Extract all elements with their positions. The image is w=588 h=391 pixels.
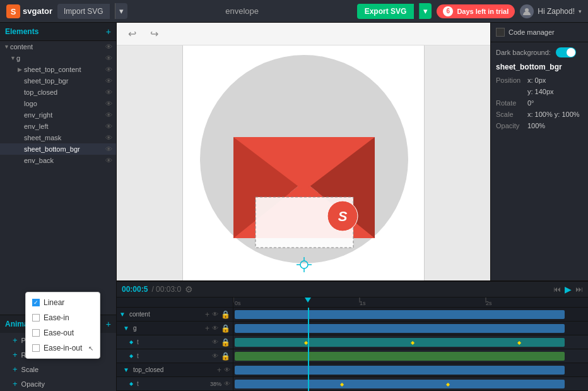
- tree-item-sheet-top-bgr[interactable]: sheet_top_bgr 👁: [0, 75, 116, 87]
- eye-icon[interactable]: 👁: [105, 54, 112, 62]
- cursor-icon: ↖: [88, 345, 93, 352]
- animator-opacity[interactable]: + Opacity: [0, 376, 116, 391]
- tl-label: content: [129, 311, 203, 318]
- eye-icon[interactable]: 👁: [212, 352, 218, 359]
- add-keyframe-icon[interactable]: +: [205, 324, 209, 333]
- diamond-icon[interactable]: ◆: [517, 340, 521, 346]
- prev-frame-button[interactable]: ⏮: [553, 285, 561, 294]
- track-bar[interactable]: [235, 324, 565, 333]
- tree-item-logo[interactable]: logo 👁: [0, 98, 116, 109]
- track-bar[interactable]: [235, 310, 565, 319]
- export-arrow-button[interactable]: ▾: [419, 3, 432, 19]
- import-svg-button[interactable]: Import SVG: [57, 4, 110, 19]
- tree-label: logo: [24, 100, 103, 107]
- canvas-viewport[interactable]: S 384 × 384 ✎: [117, 45, 490, 280]
- eye-icon[interactable]: 👁: [224, 366, 230, 373]
- undo-button[interactable]: ↩: [124, 27, 140, 41]
- next-frame-button[interactable]: ⏭: [575, 285, 583, 294]
- tree-arrow-icon: ▶: [18, 66, 24, 73]
- play-button[interactable]: ▶: [565, 284, 572, 294]
- eye-icon[interactable]: 👁: [105, 100, 112, 107]
- eye-icon[interactable]: 👁: [105, 157, 112, 164]
- track-content: [233, 308, 588, 322]
- tree-arrow-icon: ▼: [10, 55, 16, 61]
- collapse-icon[interactable]: ▼: [123, 325, 129, 332]
- opacity-label: Opacity: [496, 122, 527, 129]
- tree-item-sheet-mask[interactable]: sheet_mask 👁: [0, 132, 116, 143]
- tree-item-sheet-top-content[interactable]: ▶ sheet_top_content 👁: [0, 64, 116, 75]
- tree-item-env-left[interactable]: env_left 👁: [0, 121, 116, 132]
- scale-row: Scale x: 100% y: 100%: [496, 111, 583, 118]
- track-bar[interactable]: [235, 352, 565, 361]
- popup-item-ease-in[interactable]: Ease-in: [26, 310, 100, 325]
- eye-icon[interactable]: 👁: [105, 88, 112, 96]
- animators-add-icon[interactable]: +: [106, 319, 111, 329]
- timeline-ruler[interactable]: 0s 1s 2s 3s: [233, 298, 588, 308]
- user-menu[interactable]: Hi Zaphod! ▾: [520, 4, 582, 18]
- diamond-icon[interactable]: ◆: [411, 340, 415, 346]
- diamond-icon[interactable]: ◆: [446, 382, 450, 387]
- svg-text:0s: 0s: [235, 300, 241, 306]
- plus-icon: +: [13, 364, 18, 374]
- import-arrow-button[interactable]: ▾: [115, 3, 127, 19]
- lock-icon[interactable]: 🔒: [221, 352, 230, 361]
- position-y-value: y: 140px: [527, 88, 554, 95]
- tl-row-track1: ◆ t 👁 🔒: [117, 335, 233, 349]
- elements-add-icon[interactable]: +: [106, 27, 111, 37]
- tree-arrow-icon: ▼: [4, 44, 10, 50]
- collapse-icon[interactable]: ▼: [119, 311, 126, 318]
- eye-icon[interactable]: 👁: [105, 43, 112, 51]
- eye-icon[interactable]: 👁: [105, 123, 112, 130]
- tree-item-env-back[interactable]: env_back 👁: [0, 155, 116, 166]
- eye-icon[interactable]: 👁: [105, 111, 112, 119]
- tl-label: t: [137, 380, 208, 387]
- eye-icon[interactable]: 👁: [105, 145, 112, 153]
- diamond-icon[interactable]: ◆: [304, 340, 308, 346]
- tree-item-top-closed[interactable]: top_closed 👁: [0, 87, 116, 98]
- redo-button[interactable]: ↪: [146, 27, 162, 41]
- tree-label: sheet_top_bgr: [24, 77, 103, 85]
- eye-icon[interactable]: 👁: [212, 325, 218, 332]
- add-keyframe-icon[interactable]: +: [205, 310, 209, 319]
- tree-item-content[interactable]: ▼ content 👁: [0, 41, 116, 52]
- collapse-icon[interactable]: ▼: [123, 366, 129, 373]
- timeline-body: ▼ content + 👁 🔒 ▼ g + 👁 🔒 ◆: [117, 298, 588, 391]
- track-bar[interactable]: [235, 338, 565, 347]
- timeline-settings-button[interactable]: ⚙: [185, 284, 193, 294]
- eye-icon[interactable]: 👁: [105, 134, 112, 141]
- lock-icon[interactable]: 🔒: [221, 324, 230, 333]
- lock-icon[interactable]: 🔒: [221, 338, 230, 347]
- tree-item-sheet-bottom-bgr[interactable]: sheet_bottom_bgr 👁: [0, 143, 116, 155]
- prop-icon: ◆: [129, 353, 133, 359]
- eye-icon[interactable]: 👁: [224, 380, 230, 387]
- top-navbar: S svgator Import SVG ▾ envelope Export S…: [0, 0, 588, 23]
- popup-check-ease-out: [32, 329, 40, 337]
- plus-icon: +: [13, 379, 18, 388]
- diamond-icon[interactable]: ◆: [340, 382, 344, 387]
- export-svg-button[interactable]: Export SVG: [357, 4, 415, 19]
- popup-item-linear[interactable]: ✓ Linear: [26, 295, 100, 310]
- tree-item-g[interactable]: ▼ g 👁: [0, 52, 116, 64]
- code-manager-checkbox[interactable]: [496, 28, 505, 37]
- timeline: 00:00:5 / 00:03:0 ⚙ ⏮ ▶ ⏭ ▼ content +: [117, 280, 588, 391]
- popup-item-ease-in-out[interactable]: Ease-in-out ↖: [26, 340, 100, 356]
- eye-icon[interactable]: 👁: [105, 66, 112, 73]
- add-keyframe-icon[interactable]: +: [217, 366, 221, 375]
- tree-item-env-right[interactable]: env_right 👁: [0, 109, 116, 121]
- eye-icon[interactable]: 👁: [212, 339, 218, 346]
- eye-icon[interactable]: 👁: [212, 311, 218, 318]
- trial-badge[interactable]: 6 Days left in trial: [437, 4, 515, 18]
- popup-check-ease-in: [32, 314, 40, 322]
- popup-label-ease-in-out: Ease-in-out: [44, 344, 82, 352]
- scale-value: x: 100% y: 100%: [527, 111, 580, 118]
- track-bar[interactable]: [235, 366, 565, 375]
- dark-background-toggle[interactable]: [556, 47, 576, 57]
- track-bar[interactable]: [235, 380, 565, 388]
- svg-text:S: S: [338, 208, 348, 224]
- eye-icon[interactable]: 👁: [105, 77, 112, 85]
- popup-item-ease-out[interactable]: Ease-out: [26, 325, 100, 340]
- animator-scale[interactable]: + Scale: [0, 362, 116, 376]
- popup-label-ease-out: Ease-out: [44, 328, 74, 337]
- position-x-value: x: 0px: [527, 76, 546, 84]
- lock-icon[interactable]: 🔒: [221, 310, 230, 319]
